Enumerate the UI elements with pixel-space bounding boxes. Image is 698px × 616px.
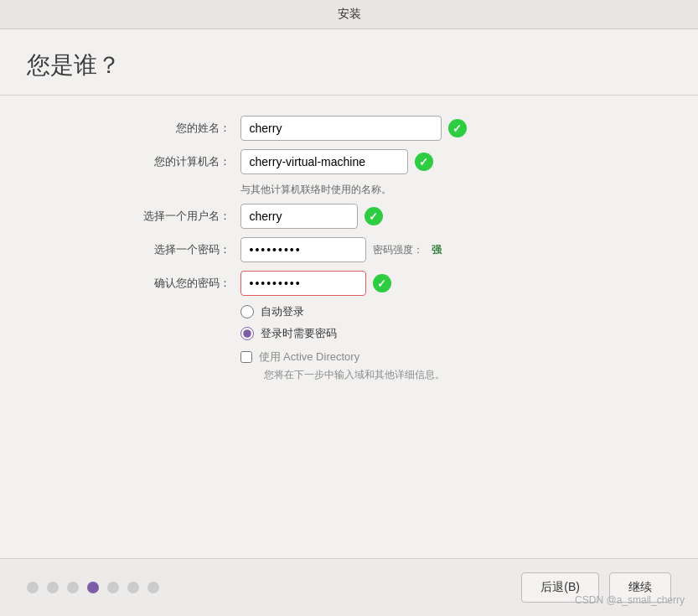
username-input[interactable] [240,204,358,229]
password-input[interactable] [240,237,366,262]
confirm-check-icon [373,274,391,292]
confirm-input[interactable] [240,271,366,296]
watermark: CSDN @a_small_cherry [575,594,685,606]
main-content: 您是谁？ 您的姓名： 您的计算机名： 与其他计算机联络时使用的名称。 [0,29,698,558]
form-table: 您的姓名： 您的计算机名： 与其他计算机联络时使用的名称。 选择一个用户名： [115,116,584,382]
progress-dots [27,582,159,593]
use-ad-checkbox[interactable] [240,351,252,363]
computer-name-row: 您的计算机名： [115,149,584,174]
strength-value: 强 [432,243,442,257]
name-input-wrap [240,116,584,141]
username-label: 选择一个用户名： [115,209,240,224]
computer-check-icon [415,153,433,171]
password-row: 选择一个密码： 密码强度：强 [115,237,584,262]
auto-login-label[interactable]: 自动登录 [261,304,304,319]
require-password-row: 登录时需要密码 [240,326,584,341]
username-row: 选择一个用户名： [115,204,584,229]
username-check-icon [365,207,383,225]
require-password-label[interactable]: 登录时需要密码 [261,326,337,341]
name-input[interactable] [240,116,442,141]
use-ad-label[interactable]: 使用 Active Directory [259,349,360,365]
name-label: 您的姓名： [115,121,240,136]
computer-hint: 与其他计算机联络时使用的名称。 [240,183,584,197]
ad-checkbox-row: 使用 Active Directory [240,349,584,365]
computer-input-wrap [240,149,584,174]
radio-section: 自动登录 登录时需要密码 [240,304,584,341]
progress-dot-3 [87,582,99,593]
confirm-input-wrap [240,271,584,296]
progress-dot-0 [27,582,39,593]
ad-hint: 您将在下一步中输入域和其他详细信息。 [264,368,584,382]
title-text: 安装 [338,7,361,20]
confirm-password-row: 确认您的密码： [115,271,584,296]
bottom-bar: 后退(B) 继续 [0,558,698,616]
require-password-radio[interactable] [240,327,254,340]
name-row: 您的姓名： [115,116,584,141]
username-input-wrap [240,204,584,229]
auto-login-row: 自动登录 [240,304,584,319]
name-check-icon [448,119,467,137]
auto-login-radio[interactable] [240,305,254,318]
strength-label: 密码强度： [373,243,423,257]
page-heading: 您是谁？ [0,29,698,96]
computer-label: 您的计算机名： [115,154,240,169]
password-input-wrap: 密码强度：强 [240,237,584,262]
form-area: 您的姓名： 您的计算机名： 与其他计算机联络时使用的名称。 选择一个用户名： [0,96,698,558]
progress-dot-5 [127,582,139,593]
progress-dot-6 [147,582,159,593]
progress-dot-4 [107,582,119,593]
progress-dot-2 [67,582,79,593]
progress-dot-1 [47,582,59,593]
title-bar: 安装 [0,0,698,29]
confirm-label: 确认您的密码： [115,276,240,291]
password-label: 选择一个密码： [115,242,240,257]
computer-input[interactable] [240,149,408,174]
